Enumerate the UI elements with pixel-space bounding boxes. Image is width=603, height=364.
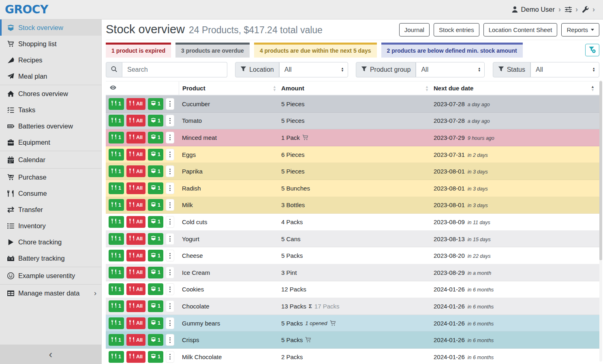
row-menu-button[interactable] (166, 98, 174, 110)
column-header-product[interactable]: Product▲▼ (179, 81, 281, 95)
open-one-button[interactable]: 1 (148, 216, 163, 228)
search-input[interactable] (122, 62, 227, 77)
consume-one-button[interactable]: 1 (109, 182, 124, 194)
consume-one-button[interactable]: 1 (109, 233, 124, 245)
row-menu-button[interactable] (166, 233, 174, 245)
sidebar-item-equipment[interactable]: Equipment (0, 134, 101, 150)
row-menu-button[interactable] (166, 182, 174, 194)
sidebar-item-recipes[interactable]: Recipes (0, 52, 101, 68)
open-one-button[interactable]: 1 (148, 199, 163, 211)
column-header-amount[interactable]: Amount▲▼ (281, 81, 434, 95)
consume-all-button[interactable]: All (126, 149, 145, 161)
open-one-button[interactable]: 1 (148, 267, 163, 278)
sidebar-item-meal-plan[interactable]: Meal plan (0, 68, 101, 84)
consume-one-button[interactable]: 1 (109, 283, 124, 295)
open-one-button[interactable]: 1 (148, 283, 163, 295)
row-menu-button[interactable] (166, 250, 174, 261)
open-one-button[interactable]: 1 (148, 334, 163, 346)
sidebar-item-battery-tracking[interactable]: Battery tracking (0, 250, 101, 266)
open-one-button[interactable]: 1 (148, 149, 163, 161)
open-one-button[interactable]: 1 (148, 132, 163, 143)
open-one-button[interactable]: 1 (148, 98, 163, 110)
row-menu-button[interactable] (166, 300, 174, 312)
consume-all-button[interactable]: All (126, 182, 145, 194)
sidebar-item-shopping-list[interactable]: Shopping list (0, 36, 101, 52)
open-one-button[interactable]: 1 (148, 182, 163, 194)
sidebar-item-transfer[interactable]: Transfer (0, 201, 101, 218)
sidebar-item-manage-master-data[interactable]: Manage master data› (0, 285, 101, 301)
consume-one-button[interactable]: 1 (109, 334, 124, 346)
sidebar-item-chore-tracking[interactable]: Chore tracking (0, 234, 101, 250)
settings-menu[interactable]: › (565, 5, 579, 14)
open-one-button[interactable]: 1 (148, 300, 163, 312)
sidebar-item-stock-overview[interactable]: Stock overview (0, 19, 101, 36)
row-menu-button[interactable] (166, 317, 174, 329)
open-one-button[interactable]: 1 (148, 250, 163, 261)
consume-all-button[interactable]: All (126, 233, 145, 245)
consume-one-button[interactable]: 1 (109, 351, 124, 363)
sidebar-item-tasks[interactable]: Tasks (0, 102, 101, 118)
consume-one-button[interactable]: 1 (109, 98, 124, 110)
consume-one-button[interactable]: 1 (109, 216, 124, 228)
consume-all-button[interactable]: All (126, 317, 145, 329)
filter-location-select[interactable]: All▲▼ (279, 62, 348, 77)
consume-one-button[interactable]: 1 (109, 267, 124, 278)
consume-all-button[interactable]: All (126, 98, 145, 110)
clear-filters-button[interactable] (585, 44, 599, 56)
consume-one-button[interactable]: 1 (109, 115, 124, 126)
consume-all-button[interactable]: All (126, 132, 145, 143)
row-menu-button[interactable] (166, 165, 174, 177)
consume-all-button[interactable]: All (126, 351, 145, 363)
consume-all-button[interactable]: All (126, 165, 145, 177)
column-header-details[interactable] (106, 81, 179, 95)
stock-entries-button[interactable]: Stock entries (434, 23, 479, 36)
consume-all-button[interactable]: All (126, 334, 145, 346)
consume-one-button[interactable]: 1 (109, 199, 124, 211)
consume-all-button[interactable]: All (126, 267, 145, 278)
sidebar-item-consume[interactable]: Consume (0, 185, 101, 201)
user-menu[interactable]: Demo User › (511, 5, 562, 14)
open-one-button[interactable]: 1 (148, 351, 163, 363)
location-content-sheet-button[interactable]: Location Content Sheet (483, 23, 558, 36)
consume-all-button[interactable]: All (126, 199, 145, 211)
consume-one-button[interactable]: 1 (109, 149, 124, 161)
filter-product-group-select[interactable]: All▲▼ (416, 62, 485, 77)
row-menu-button[interactable] (166, 115, 174, 126)
sidebar-item-example-userentity[interactable]: Example userentity (0, 268, 101, 284)
row-menu-button[interactable] (166, 334, 174, 346)
filter-status-select[interactable]: All▲▼ (530, 62, 599, 77)
consume-all-button[interactable]: All (126, 115, 145, 126)
open-one-button[interactable]: 1 (148, 165, 163, 177)
open-one-button[interactable]: 1 (148, 233, 163, 245)
row-menu-button[interactable] (166, 132, 174, 143)
row-menu-button[interactable] (166, 351, 174, 363)
open-one-button[interactable]: 1 (148, 115, 163, 126)
sidebar-item-batteries-overview[interactable]: Batteries overview (0, 118, 101, 134)
consume-all-button[interactable]: All (126, 216, 145, 228)
sidebar-item-purchase[interactable]: Purchase (0, 169, 101, 185)
sidebar-collapse-button[interactable]: ‹ (0, 345, 101, 364)
admin-menu[interactable]: › (582, 5, 596, 14)
consume-one-button[interactable]: 1 (109, 317, 124, 329)
journal-button[interactable]: Journal (399, 23, 430, 36)
sidebar-item-inventory[interactable]: Inventory (0, 218, 101, 234)
row-menu-button[interactable] (166, 149, 174, 161)
consume-all-button[interactable]: All (126, 300, 145, 312)
consume-one-button[interactable]: 1 (109, 250, 124, 261)
scrollbar-thumb[interactable] (599, 81, 602, 260)
consume-one-button[interactable]: 1 (109, 165, 124, 177)
consume-one-button[interactable]: 1 (109, 132, 124, 143)
row-menu-button[interactable] (166, 199, 174, 211)
row-menu-button[interactable] (166, 216, 174, 228)
sidebar-item-calendar[interactable]: Calendar (0, 152, 101, 168)
consume-one-button[interactable]: 1 (109, 300, 124, 312)
consume-all-button[interactable]: All (126, 250, 145, 261)
open-one-button[interactable]: 1 (148, 317, 163, 329)
sidebar-item-chores-overview[interactable]: Chores overview (0, 86, 101, 102)
column-header-next-due-date[interactable]: Next due date▲▼ (434, 81, 599, 95)
row-menu-button[interactable] (166, 283, 174, 295)
row-menu-button[interactable] (166, 267, 174, 278)
scrollbar[interactable] (599, 80, 602, 362)
consume-all-button[interactable]: All (126, 283, 145, 295)
reports-button[interactable]: Reports (561, 23, 599, 36)
